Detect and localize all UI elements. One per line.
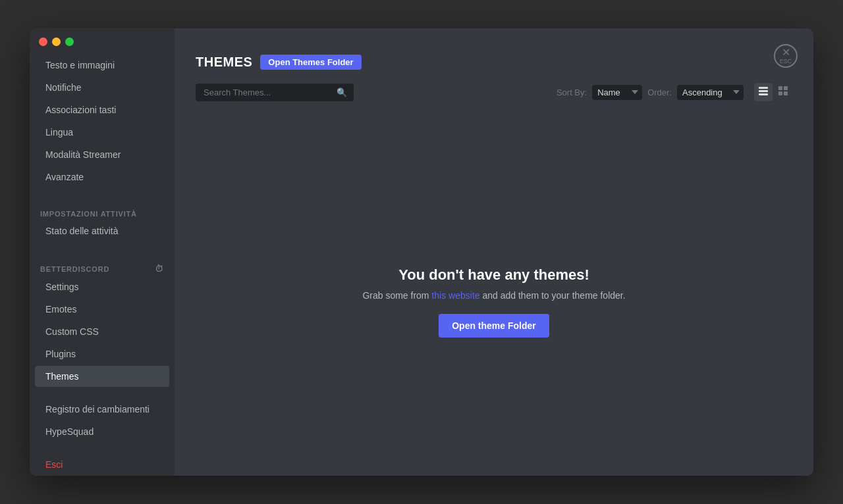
grid-view-button[interactable] xyxy=(774,83,792,101)
themes-header: THEMES Open Themes Folder xyxy=(196,55,792,70)
sidebar-item-hypesquad[interactable]: HypeSquad xyxy=(35,421,169,442)
sidebar-item-stato-attivita[interactable]: Stato delle attività xyxy=(35,220,169,241)
sort-by-label: Sort By: xyxy=(557,88,587,97)
empty-subtitle-prefix: Grab some from xyxy=(362,290,431,301)
close-x-icon: ✕ xyxy=(782,47,790,58)
svg-rect-1 xyxy=(759,90,768,92)
close-button[interactable]: ✕ ESC xyxy=(774,44,798,68)
app-window: Testo e immagini Notifiche Associazioni … xyxy=(30,28,813,476)
empty-state: You don't have any themes! Grab some fro… xyxy=(196,149,792,455)
sidebar-item-associazioni-tasti[interactable]: Associazioni tasti xyxy=(35,99,169,120)
sidebar-item-plugins[interactable]: Plugins xyxy=(35,343,169,365)
view-toggle xyxy=(754,83,792,101)
sidebar-item-logout[interactable]: Esci xyxy=(35,454,169,475)
svg-rect-2 xyxy=(759,93,768,95)
sort-controls: Sort By: Name Author Version Order: Asce… xyxy=(557,83,792,101)
empty-state-subtitle: Grab some from this website and add them… xyxy=(362,290,625,301)
search-container: 🔍 xyxy=(196,84,354,101)
traffic-lights xyxy=(39,38,74,46)
svg-rect-4 xyxy=(784,86,788,90)
sort-by-select[interactable]: Name Author Version xyxy=(592,85,642,100)
sidebar-item-themes[interactable]: Themes xyxy=(35,366,169,387)
open-themes-folder-button[interactable]: Open Themes Folder xyxy=(260,55,361,70)
main-content: ✕ ESC THEMES Open Themes Folder 🔍 Sort B… xyxy=(175,28,813,476)
betterdiscord-clock-icon: ⏱ xyxy=(155,264,164,274)
svg-rect-0 xyxy=(759,87,768,89)
order-select[interactable]: Ascending Descending xyxy=(677,85,744,100)
sidebar-section-attivita: IMPOSTAZIONI ATTIVITÀ xyxy=(30,199,175,220)
close-esc-label: ESC xyxy=(780,59,792,64)
list-view-button[interactable] xyxy=(754,83,773,101)
search-sort-bar: 🔍 Sort By: Name Author Version Order: As… xyxy=(196,83,792,101)
sidebar-item-custom-css[interactable]: Custom CSS xyxy=(35,321,169,342)
sidebar-item-testo-immagini[interactable]: Testo e immagini xyxy=(35,55,169,76)
sidebar-item-notifiche[interactable]: Notifiche xyxy=(35,77,169,98)
sidebar: Testo e immagini Notifiche Associazioni … xyxy=(30,28,175,476)
traffic-light-red[interactable] xyxy=(39,38,47,46)
themes-page-title: THEMES xyxy=(196,55,252,70)
sidebar-item-lingua[interactable]: Lingua xyxy=(35,122,169,143)
empty-subtitle-suffix: and add them to your theme folder. xyxy=(480,290,626,301)
empty-state-title: You don't have any themes! xyxy=(398,266,589,284)
sidebar-item-modalita-streamer[interactable]: Modalità Streamer xyxy=(35,144,169,165)
this-website-link[interactable]: this website xyxy=(431,290,479,301)
sidebar-item-registro[interactable]: Registro dei cambiamenti xyxy=(35,399,169,420)
sidebar-item-avanzate[interactable]: Avanzate xyxy=(35,166,169,188)
order-label: Order: xyxy=(647,88,672,97)
traffic-light-green[interactable] xyxy=(65,38,74,46)
svg-rect-6 xyxy=(784,91,788,95)
svg-rect-5 xyxy=(778,91,782,95)
search-input[interactable] xyxy=(196,84,354,101)
sidebar-item-emotes[interactable]: Emotes xyxy=(35,299,169,320)
open-theme-folder-button[interactable]: Open theme Folder xyxy=(439,314,549,338)
svg-rect-3 xyxy=(778,86,782,90)
sidebar-section-betterdiscord: BETTERDISCORD ⏱ xyxy=(30,253,175,276)
traffic-light-yellow[interactable] xyxy=(52,38,61,46)
sidebar-item-settings[interactable]: Settings xyxy=(35,276,169,297)
